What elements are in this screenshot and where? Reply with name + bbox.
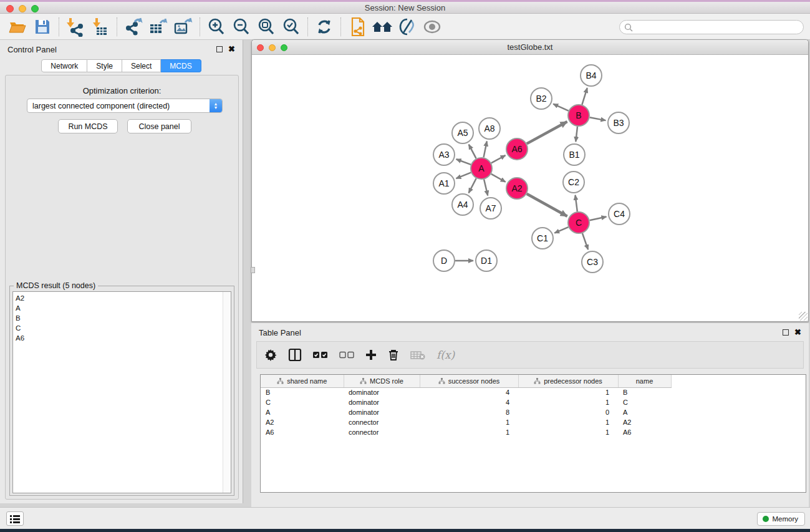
cell-name[interactable]: A6: [618, 427, 671, 437]
zoom-in-button[interactable]: [204, 16, 229, 38]
graph-edge-B-B4[interactable]: [582, 88, 587, 105]
cell-predecessor-nodes[interactable]: 0: [518, 407, 618, 417]
graph-edge-A-A4[interactable]: [469, 178, 476, 193]
cell-predecessor-nodes[interactable]: 1: [518, 387, 618, 397]
list-scrollbar[interactable]: [223, 292, 231, 493]
graph-node-A[interactable]: A: [471, 158, 492, 179]
import-network-button[interactable]: [63, 16, 88, 38]
cell-mcds-role[interactable]: connector: [344, 427, 420, 437]
graph-node-A1[interactable]: A1: [433, 173, 455, 194]
column-header-predecessor-nodes[interactable]: predecessor nodes: [518, 375, 618, 387]
graph-edge-A-A6[interactable]: [491, 155, 506, 163]
criterion-dropdown[interactable]: largest connected component (directed) ▲…: [27, 99, 223, 113]
graph-node-A8[interactable]: A8: [479, 118, 500, 139]
import-table-button[interactable]: [88, 16, 113, 38]
column-header-successor-nodes[interactable]: successor nodes: [420, 375, 518, 387]
cell-shared-name[interactable]: A6: [261, 427, 344, 437]
graph-edge-A-A8[interactable]: [484, 142, 487, 158]
run-mcds-button[interactable]: Run MCDS: [58, 119, 118, 133]
graph-edge-B-B1[interactable]: [576, 127, 577, 142]
graph-node-B3[interactable]: B3: [608, 112, 629, 133]
cell-name[interactable]: C: [618, 397, 671, 407]
network-from-file-button[interactable]: [345, 16, 370, 38]
table-row[interactable]: A6 connector 1 1 A6: [261, 427, 671, 437]
zoom-window-button[interactable]: [31, 5, 39, 12]
column-header-name[interactable]: name: [618, 375, 671, 387]
graph-edge-B-B2[interactable]: [553, 104, 568, 111]
close-panel-icon[interactable]: ✖: [794, 329, 801, 336]
graph-node-A6[interactable]: A6: [506, 138, 528, 160]
cell-shared-name[interactable]: A2: [261, 417, 344, 427]
cell-predecessor-nodes[interactable]: 1: [518, 427, 618, 437]
graph-node-C1[interactable]: C1: [532, 228, 553, 249]
cell-predecessor-nodes[interactable]: 1: [518, 417, 618, 427]
graph-edge-A-A2[interactable]: [491, 174, 506, 182]
cell-predecessor-nodes[interactable]: 1: [518, 397, 618, 407]
zoom-fit-button[interactable]: [254, 16, 279, 38]
delete-column-button[interactable]: [388, 349, 399, 361]
tab-network[interactable]: Network: [41, 59, 87, 72]
close-panel-icon[interactable]: ✖: [228, 46, 235, 52]
cell-successor-nodes[interactable]: 1: [420, 417, 518, 427]
show-hide-button[interactable]: [420, 16, 445, 38]
list-item[interactable]: A: [13, 303, 223, 313]
graph-edge-A-A7[interactable]: [484, 180, 488, 196]
network-graph[interactable]: AA1A2A3A4A5A6A7A8BB1B2B3B4CC1C2C3C4DD1: [252, 55, 808, 321]
float-panel-icon[interactable]: [783, 329, 789, 336]
search-input[interactable]: [633, 22, 803, 33]
float-panel-icon[interactable]: [216, 46, 223, 52]
table-settings-button[interactable]: [264, 349, 277, 361]
graph-node-A5[interactable]: A5: [452, 122, 473, 143]
close-window-button[interactable]: [6, 5, 14, 12]
export-network-button[interactable]: [121, 16, 146, 38]
network-canvas[interactable]: AA1A2A3A4A5A6A7A8BB1B2B3B4CC1C2C3C4DD1: [252, 55, 808, 321]
deselect-all-button[interactable]: [339, 351, 354, 359]
graph-edge-C-C4[interactable]: [590, 216, 607, 220]
graph-edge-A2-C[interactable]: [527, 194, 567, 216]
open-session-button[interactable]: [5, 16, 30, 38]
graph-node-C2[interactable]: C2: [563, 172, 584, 193]
task-history-button[interactable]: [6, 511, 24, 526]
splitter-handle[interactable]: [251, 267, 255, 273]
cell-mcds-role[interactable]: dominator: [344, 387, 420, 397]
cell-successor-nodes[interactable]: 4: [420, 387, 518, 397]
minimize-network-button[interactable]: [269, 44, 276, 51]
cell-successor-nodes[interactable]: 1: [420, 427, 518, 437]
cell-name[interactable]: A: [618, 407, 671, 417]
graph-node-B[interactable]: B: [568, 105, 589, 126]
cell-mcds-role[interactable]: dominator: [344, 407, 420, 417]
cell-shared-name[interactable]: A: [261, 407, 344, 417]
zoom-selected-button[interactable]: [279, 16, 304, 38]
graph-edge-A6-B[interactable]: [527, 122, 567, 143]
cell-successor-nodes[interactable]: 4: [420, 397, 518, 407]
export-table-button[interactable]: [146, 16, 171, 38]
zoom-network-button[interactable]: [281, 44, 287, 51]
memory-button[interactable]: Memory: [757, 512, 805, 526]
save-session-button[interactable]: [30, 16, 55, 38]
tab-style[interactable]: Style: [87, 59, 122, 72]
graph-node-C3[interactable]: C3: [582, 251, 603, 273]
refresh-button[interactable]: [312, 16, 337, 38]
minimize-window-button[interactable]: [19, 5, 26, 12]
cell-successor-nodes[interactable]: 8: [420, 407, 518, 417]
tab-mcds[interactable]: MCDS: [161, 59, 201, 72]
table-row[interactable]: C dominator 4 1 C: [261, 397, 671, 407]
resize-grip[interactable]: [799, 312, 808, 321]
graph-node-A3[interactable]: A3: [433, 144, 455, 165]
zoom-out-button[interactable]: [229, 16, 254, 38]
list-item[interactable]: C: [13, 323, 223, 333]
table-row[interactable]: B dominator 4 1 B: [261, 387, 671, 397]
cell-shared-name[interactable]: B: [261, 387, 344, 397]
create-column-button[interactable]: [365, 349, 377, 360]
graph-edge-A-A3[interactable]: [456, 159, 471, 165]
table-row[interactable]: A dominator 8 0 A: [261, 407, 671, 417]
cell-name[interactable]: B: [618, 387, 671, 397]
graph-node-D[interactable]: D: [433, 250, 455, 271]
graph-node-A2[interactable]: A2: [506, 178, 528, 199]
graph-node-C4[interactable]: C4: [609, 203, 630, 225]
style-toggle-button[interactable]: [395, 16, 420, 38]
close-panel-button[interactable]: Close panel: [127, 119, 191, 133]
graph-edge-A-A5[interactable]: [469, 145, 476, 158]
graph-node-B2[interactable]: B2: [531, 88, 552, 109]
home-button[interactable]: [370, 16, 395, 38]
